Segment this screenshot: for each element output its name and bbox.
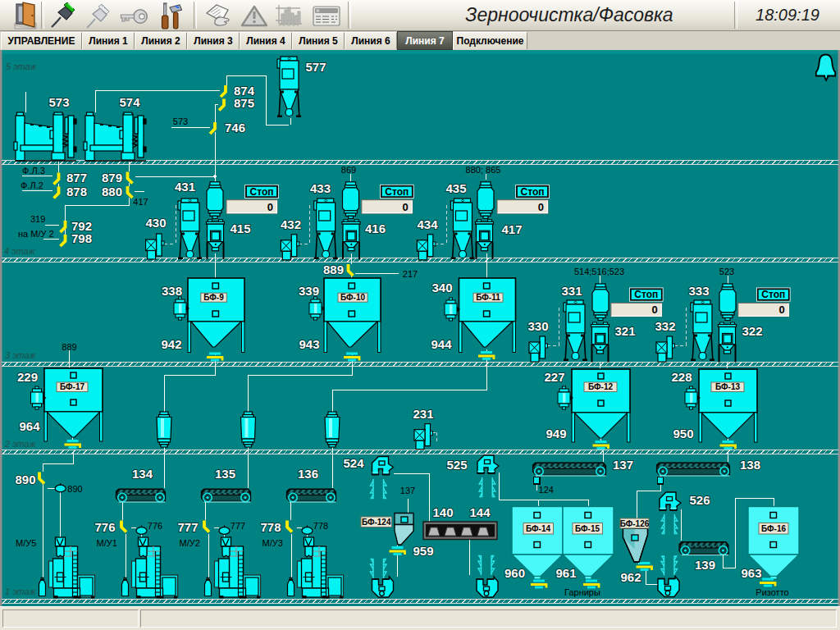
svg-text:944: 944 [431,337,452,351]
svg-text:417: 417 [133,197,148,207]
svg-text:Ф.Л.2: Ф.Л.2 [21,180,43,190]
svg-text:875: 875 [234,96,254,110]
svg-text:228: 228 [671,370,692,384]
svg-text:514;516;523: 514;516;523 [574,267,624,276]
svg-text:134: 134 [132,467,153,481]
svg-text:776: 776 [148,521,162,531]
svg-text:776: 776 [94,520,115,534]
svg-text:340: 340 [431,281,452,294]
svg-text:М/У2: М/У2 [180,538,200,548]
svg-text:БФ-10: БФ-10 [340,293,365,302]
svg-text:432: 432 [281,217,301,231]
svg-text:435: 435 [445,181,466,195]
svg-text:321: 321 [614,324,635,338]
svg-text:М/У5: М/У5 [16,538,36,548]
svg-text:778: 778 [260,520,281,534]
svg-text:138: 138 [740,458,760,472]
svg-text:523: 523 [719,267,734,276]
svg-text:330: 330 [527,319,548,333]
svg-text:339: 339 [299,284,319,298]
svg-text:БФ-16: БФ-16 [761,524,786,533]
svg-text:961: 961 [555,566,576,580]
svg-text:БФ-12: БФ-12 [588,382,613,391]
svg-text:962: 962 [620,570,641,584]
svg-text:319: 319 [30,214,45,224]
svg-text:333: 333 [688,284,709,298]
svg-text:880; 865: 880; 865 [466,165,501,175]
svg-text:140: 140 [432,505,453,519]
svg-text:БФ-11: БФ-11 [476,293,500,302]
svg-text:217: 217 [403,269,418,279]
svg-text:524: 524 [343,456,364,470]
svg-text:877: 877 [66,171,87,185]
svg-text:890: 890 [15,472,35,486]
svg-text:139: 139 [695,558,715,572]
svg-text:964: 964 [19,419,40,433]
svg-text:137: 137 [613,458,633,472]
svg-text:БФ-17: БФ-17 [60,382,84,391]
svg-text:777: 777 [231,521,245,531]
svg-text:963: 963 [741,566,761,580]
svg-text:БФ-126: БФ-126 [620,519,650,528]
svg-text:231: 231 [413,407,433,421]
svg-text:880: 880 [102,185,122,199]
svg-text:332: 332 [655,319,675,333]
svg-text:Ф.Л.3: Ф.Л.3 [22,166,45,176]
svg-text:778: 778 [313,521,328,531]
svg-text:137: 137 [400,486,415,495]
svg-text:431: 431 [175,180,195,194]
svg-text:525: 525 [446,458,467,472]
svg-text:М/У1: М/У1 [97,538,117,548]
svg-text:798: 798 [71,231,92,245]
svg-text:434: 434 [417,217,438,231]
svg-text:949: 949 [546,427,566,441]
svg-text:227: 227 [544,370,564,384]
svg-text:777: 777 [177,520,198,534]
svg-text:889: 889 [62,342,76,352]
svg-text:3 этаж: 3 этаж [5,350,36,360]
svg-text:415: 415 [230,221,250,235]
svg-text:БФ-9: БФ-9 [203,293,224,302]
svg-text:879: 879 [102,171,122,185]
svg-text:433: 433 [310,181,331,195]
svg-text:Гарниры: Гарниры [564,587,600,597]
svg-text:124: 124 [539,485,554,495]
svg-text:526: 526 [689,493,710,507]
svg-text:573: 573 [173,116,188,126]
svg-text:430: 430 [145,216,166,230]
svg-text:БФ-15: БФ-15 [575,524,600,533]
svg-text:960: 960 [504,566,525,580]
svg-text:2 этаж: 2 этаж [4,439,36,449]
svg-text:135: 135 [215,467,235,481]
svg-text:БФ-13: БФ-13 [715,382,740,391]
svg-text:Ризотто: Ризотто [756,587,788,597]
svg-text:417: 417 [501,222,522,236]
svg-text:4 этаж: 4 этаж [4,246,35,256]
svg-text:573: 573 [48,95,69,109]
svg-text:338: 338 [162,284,182,298]
svg-text:878: 878 [66,185,87,199]
svg-text:5 этаж: 5 этаж [6,62,37,71]
svg-text:950: 950 [673,427,693,441]
svg-text:574: 574 [119,95,140,109]
svg-text:890: 890 [67,484,82,494]
svg-text:943: 943 [299,337,319,351]
svg-text:959: 959 [413,544,433,558]
svg-text:1 этаж: 1 этаж [5,587,36,596]
svg-text:144: 144 [469,505,491,519]
svg-text:БФ-124: БФ-124 [362,518,391,527]
svg-text:229: 229 [17,370,38,384]
svg-text:136: 136 [298,467,318,481]
svg-text:889: 889 [323,262,344,276]
svg-text:322: 322 [742,324,762,338]
svg-text:на М/У 2: на М/У 2 [18,229,54,239]
svg-text:331: 331 [561,284,582,298]
svg-text:БФ-14: БФ-14 [526,524,550,533]
svg-text:746: 746 [225,121,245,135]
svg-text:942: 942 [161,337,181,351]
svg-text:577: 577 [305,60,326,74]
svg-text:416: 416 [365,221,386,235]
svg-text:869: 869 [341,165,356,175]
svg-text:М/У3: М/У3 [262,538,283,548]
